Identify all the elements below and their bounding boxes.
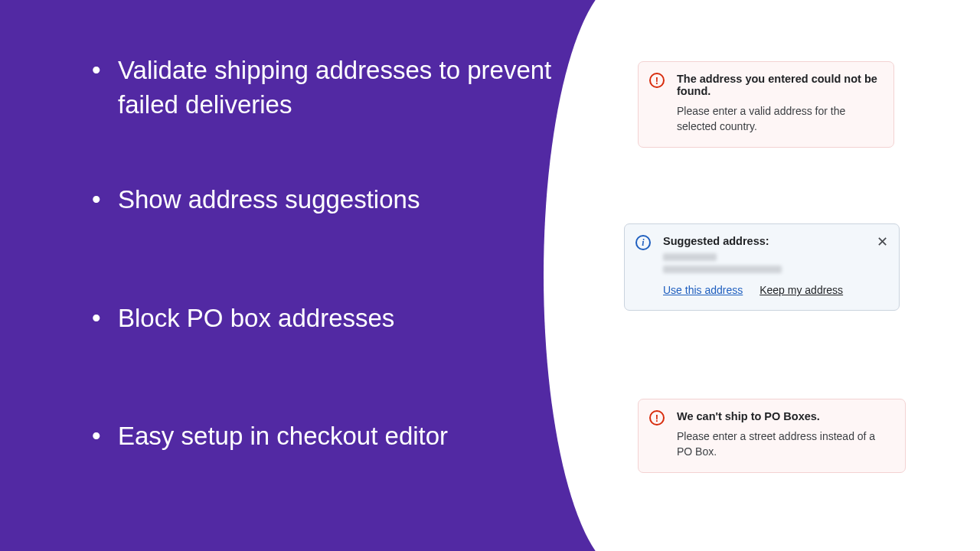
banner-body: Please enter a street address instead of…: [677, 429, 893, 460]
close-icon[interactable]: ✕: [877, 233, 888, 250]
pobox-error-banner: ! We can't ship to PO Boxes. Please ente…: [638, 399, 906, 473]
feature-item: Block PO box addresses: [92, 302, 582, 336]
banner-body: Please enter a valid address for the sel…: [677, 103, 881, 135]
examples-column: ! The address you entered could not be f…: [628, 0, 980, 551]
feature-panel: Validate shipping addresses to prevent f…: [0, 0, 628, 551]
banner-title: Suggested address:: [663, 235, 887, 247]
redacted-address-line: [663, 266, 782, 273]
suggestion-actions: Use this address Keep my address: [663, 284, 887, 296]
address-not-found-banner: ! The address you entered could not be f…: [638, 61, 894, 148]
banner-title: We can't ship to PO Boxes.: [677, 410, 893, 422]
suggested-address-banner: i ✕ Suggested address: Use this address …: [624, 223, 900, 311]
info-icon: i: [635, 235, 651, 250]
use-this-address-link[interactable]: Use this address: [663, 284, 743, 296]
banner-title: The address you entered could not be fou…: [677, 73, 881, 97]
feature-list: Validate shipping addresses to prevent f…: [92, 54, 582, 454]
error-icon: !: [649, 73, 665, 88]
feature-item: Easy setup in checkout editor: [92, 419, 582, 454]
feature-item: Validate shipping addresses to prevent f…: [92, 54, 582, 122]
error-icon: !: [649, 410, 665, 425]
keep-my-address-link[interactable]: Keep my address: [760, 284, 843, 296]
feature-item: Show address suggestions: [92, 183, 582, 217]
redacted-address-line: [663, 253, 717, 261]
